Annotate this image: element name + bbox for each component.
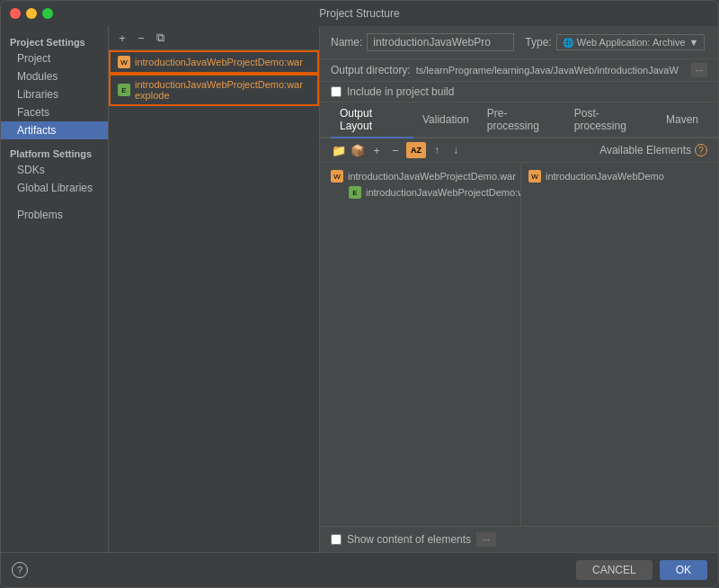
- add-jar-button[interactable]: 📦: [350, 142, 366, 158]
- dialog-title: Project Structure: [319, 7, 399, 20]
- copy-artifact-button[interactable]: ⧉: [152, 30, 168, 46]
- output-dir-row: Output directory: ts/learnPrograme/learn…: [320, 59, 718, 82]
- right-tree-item-demo[interactable]: W introductionJavaWebDemo: [528, 168, 711, 184]
- bottom-left: ?: [12, 562, 28, 578]
- output-dir-value: ts/learnPrograme/learningJava/JavaWeb/in…: [416, 65, 686, 76]
- right-tree-item-label: introductionJavaWebDemo: [546, 171, 664, 182]
- sidebar-item-global-libraries[interactable]: Global Libraries: [1, 179, 108, 197]
- include-row: Include in project build: [320, 82, 718, 102]
- sidebar-item-facets[interactable]: Facets: [1, 103, 108, 121]
- artifact-label-war-exploded: introductionJavaWebProjectDemo:war explo…: [135, 79, 310, 101]
- help-button[interactable]: ?: [12, 562, 28, 578]
- move-down-button[interactable]: ↓: [448, 142, 464, 158]
- show-content-label: Show content of elements: [347, 533, 471, 546]
- sidebar-item-sdks[interactable]: SDKs: [1, 161, 108, 179]
- tree-item-exploded-label: introductionJavaWebProjectDemo:wa: [366, 187, 520, 198]
- left-output-tree: W introductionJavaWebProjectDemo.war E i…: [320, 163, 520, 526]
- move-up-button[interactable]: ↑: [429, 142, 445, 158]
- tab-maven[interactable]: Maven: [657, 109, 707, 132]
- name-input[interactable]: [367, 33, 514, 51]
- war-icon-sm: W: [331, 170, 343, 183]
- right-available-tree: W introductionJavaWebDemo: [520, 163, 718, 526]
- jar-icon: 📦: [351, 144, 365, 157]
- sidebar: Project Settings Project Modules Librari…: [1, 26, 109, 552]
- sort-az-button[interactable]: AZ: [406, 142, 426, 158]
- remove-button[interactable]: −: [387, 142, 404, 158]
- sidebar-item-problems[interactable]: Problems: [1, 206, 108, 224]
- output-dir-label: Output directory:: [331, 64, 411, 76]
- type-select[interactable]: 🌐 Web Application: Archive ▼: [556, 34, 706, 50]
- tree-item-war-label: introductionJavaWebProjectDemo.war: [348, 171, 516, 182]
- explode-icon: E: [118, 84, 130, 96]
- available-elements-label: Available Elements ?: [599, 144, 707, 156]
- type-dropdown-icon[interactable]: ▼: [689, 37, 699, 48]
- artifact-item-war[interactable]: W introductionJavaWebProjectDemo:war: [109, 50, 319, 74]
- tab-output-layout[interactable]: Output Layout: [331, 102, 413, 138]
- artifacts-toolbar: + − ⧉: [109, 26, 319, 50]
- output-content: W introductionJavaWebProjectDemo.war E i…: [320, 163, 718, 526]
- type-value: Web Application: Archive: [577, 37, 686, 48]
- sidebar-item-libraries[interactable]: Libraries: [1, 85, 108, 103]
- show-content-row: Show content of elements ···: [320, 526, 718, 552]
- cancel-button[interactable]: CANCEL: [576, 560, 652, 580]
- tab-post-processing[interactable]: Post-processing: [565, 102, 657, 138]
- war-icon: W: [118, 56, 130, 68]
- remove-artifact-button[interactable]: −: [133, 30, 149, 46]
- include-label: Include in project build: [347, 85, 454, 98]
- tabs-row: Output Layout Validation Pre-processing …: [320, 102, 718, 138]
- output-dir-button[interactable]: ···: [691, 63, 707, 77]
- title-bar: Project Structure: [1, 1, 718, 26]
- available-elements-help-icon[interactable]: ?: [695, 144, 707, 156]
- add-button[interactable]: +: [368, 142, 385, 158]
- add-folder-button[interactable]: 📁: [331, 142, 347, 158]
- tab-validation[interactable]: Validation: [413, 109, 478, 132]
- close-button[interactable]: [10, 8, 21, 19]
- output-toolbar: 📁 📦 + − AZ ↑ ↓ Available Elements ?: [320, 138, 718, 163]
- project-settings-label: Project Settings: [1, 33, 108, 49]
- folder-icon: 📁: [332, 144, 346, 157]
- right-war-icon: W: [528, 170, 541, 183]
- artifacts-panel: + − ⧉ W introductionJavaWebProjectDemo:w…: [109, 26, 320, 552]
- tree-item-exploded[interactable]: E introductionJavaWebProjectDemo:wa: [331, 184, 510, 200]
- artifact-item-war-exploded[interactable]: E introductionJavaWebProjectDemo:war exp…: [109, 74, 319, 106]
- ok-button[interactable]: OK: [660, 560, 707, 580]
- sidebar-item-project[interactable]: Project: [1, 49, 108, 67]
- artifact-label-war: introductionJavaWebProjectDemo:war: [135, 57, 303, 67]
- type-label: Type:: [525, 36, 551, 49]
- settings-panel: Name: Type: 🌐 Web Application: Archive ▼…: [320, 26, 718, 552]
- settings-header: Name: Type: 🌐 Web Application: Archive ▼: [320, 26, 718, 59]
- minimize-button[interactable]: [26, 8, 37, 19]
- bottom-bar: ? CANCEL OK: [1, 552, 718, 587]
- sidebar-item-artifacts[interactable]: Artifacts: [1, 121, 108, 139]
- maximize-button[interactable]: [42, 8, 53, 19]
- tree-item-war[interactable]: W introductionJavaWebProjectDemo.war: [331, 168, 510, 184]
- name-label: Name:: [331, 36, 362, 49]
- sidebar-item-modules[interactable]: Modules: [1, 67, 108, 85]
- type-group: Type: 🌐 Web Application: Archive ▼: [525, 34, 705, 50]
- show-content-checkbox[interactable]: [331, 534, 342, 545]
- platform-settings-label: Platform Settings: [1, 145, 108, 161]
- show-content-more-button[interactable]: ···: [476, 532, 496, 547]
- include-checkbox[interactable]: [331, 86, 342, 97]
- window-controls[interactable]: [10, 8, 53, 19]
- explode-icon-sm: E: [349, 186, 361, 199]
- tab-pre-processing[interactable]: Pre-processing: [478, 102, 565, 138]
- artifacts-list: W introductionJavaWebProjectDemo:war E i…: [109, 50, 319, 552]
- name-group: Name:: [331, 33, 514, 51]
- add-artifact-button[interactable]: +: [114, 30, 130, 46]
